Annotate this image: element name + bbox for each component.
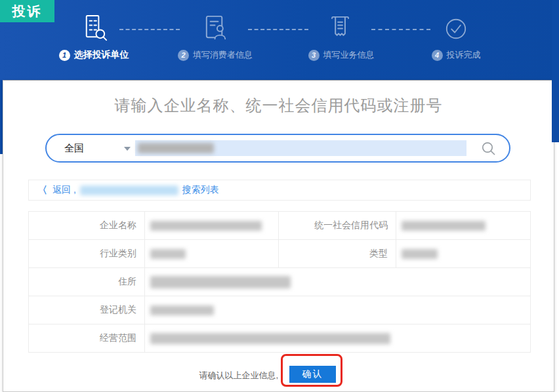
receipt-icon bbox=[326, 10, 357, 43]
redacted-value bbox=[150, 221, 262, 231]
field-value bbox=[396, 240, 530, 267]
field-label: 行业类别 bbox=[29, 240, 145, 267]
company-search-bar: 全国 bbox=[45, 134, 510, 163]
redacted-value bbox=[150, 276, 291, 288]
redacted-link-text bbox=[80, 186, 178, 195]
step-number-badge: 2 bbox=[178, 50, 189, 61]
step-connector bbox=[371, 29, 430, 30]
step-connector bbox=[248, 29, 308, 30]
redacted-value bbox=[150, 249, 186, 259]
step-label: 选择投诉单位 bbox=[74, 49, 129, 61]
table-row: 经营范围 bbox=[29, 324, 530, 353]
region-select[interactable]: 全国 bbox=[47, 135, 134, 161]
field-value bbox=[145, 268, 530, 296]
field-value bbox=[145, 212, 279, 239]
redacted-value bbox=[150, 305, 214, 315]
field-label: 企业名称 bbox=[29, 212, 145, 239]
table-row: 企业名称 统一社会信用代码 bbox=[29, 212, 530, 240]
consumer-form-icon bbox=[200, 10, 231, 43]
right-scroll-strip[interactable] bbox=[552, 0, 559, 142]
field-value bbox=[145, 296, 530, 324]
redacted-value bbox=[402, 249, 438, 259]
step-label: 填写消费者信息 bbox=[193, 49, 253, 61]
field-label: 统一社会信用代码 bbox=[279, 212, 396, 239]
wizard-header: 投诉 1 选择投诉单位 2 填写消费者信息 bbox=[0, 0, 559, 80]
field-value bbox=[396, 212, 530, 239]
table-row: 行业类别 类型 bbox=[29, 240, 530, 268]
back-link[interactable]: 〈 返回 , 搜索列表 bbox=[28, 180, 531, 201]
field-value bbox=[145, 240, 279, 267]
step-label: 投诉完成 bbox=[447, 49, 481, 61]
field-value bbox=[145, 324, 530, 352]
check-circle-icon bbox=[442, 10, 470, 43]
step-select-unit: 1 选择投诉单位 bbox=[45, 10, 143, 61]
back-label: 返回 , bbox=[52, 184, 76, 196]
confirm-note: 请确认以上企业信息, bbox=[136, 370, 278, 382]
field-label: 类型 bbox=[279, 240, 396, 267]
confirm-button[interactable]: 确认 bbox=[289, 366, 336, 383]
page-title: 请输入企业名称、统一社会信用代码或注册号 bbox=[3, 95, 554, 116]
region-label: 全国 bbox=[64, 142, 84, 155]
chevron-left-icon: 〈 bbox=[37, 184, 47, 197]
redacted-value bbox=[402, 221, 486, 231]
field-label: 住所 bbox=[29, 268, 145, 296]
search-list-label: 搜索列表 bbox=[182, 184, 219, 196]
step-label: 填写业务信息 bbox=[323, 49, 375, 61]
step-consumer-info: 2 填写消费者信息 bbox=[166, 10, 264, 61]
step-complete: 4 投诉完成 bbox=[407, 10, 505, 61]
search-icon[interactable] bbox=[480, 140, 497, 157]
redacted-search-text bbox=[138, 143, 214, 153]
step-number-badge: 1 bbox=[59, 50, 70, 61]
redacted-value bbox=[150, 333, 390, 344]
field-label: 登记机关 bbox=[29, 296, 145, 324]
company-info-table: 企业名称 统一社会信用代码 行业类别 类型 住所 登记机关 经营范围 bbox=[28, 211, 531, 353]
step-number-badge: 3 bbox=[308, 50, 320, 61]
table-row: 登记机关 bbox=[29, 296, 530, 324]
field-label: 经营范围 bbox=[29, 324, 145, 352]
chevron-down-icon bbox=[124, 147, 131, 151]
building-search-icon bbox=[79, 10, 110, 43]
step-number-badge: 4 bbox=[432, 50, 443, 61]
company-search-panel: 请输入企业名称、统一社会信用代码或注册号 全国 〈 返回 , 搜索列表 企业名称… bbox=[3, 80, 554, 392]
step-connector bbox=[119, 29, 180, 30]
table-row: 住所 bbox=[29, 268, 530, 296]
step-business-info: 3 填写业务信息 bbox=[292, 10, 390, 61]
